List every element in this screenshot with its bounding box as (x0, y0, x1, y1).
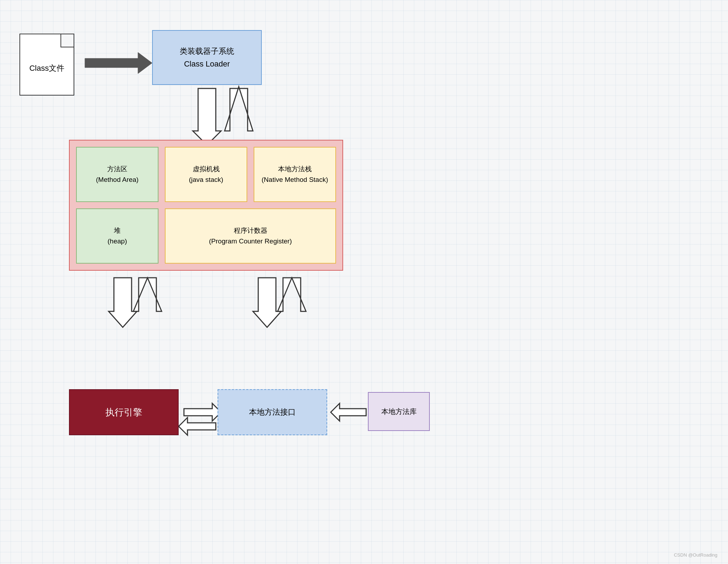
runtime-area-box: 方法区 (Method Area) 虚拟机栈 (java stack) 本地方法… (69, 140, 343, 271)
class-loader-box: 类装载器子系统 Class Loader (152, 30, 262, 85)
program-counter-line1: 程序计数器 (234, 225, 267, 236)
program-counter-line2: (Program Counter Register) (209, 236, 292, 247)
watermark: CSDN @OutRoading (674, 552, 717, 558)
native-method-interface-box: 本地方法接口 (218, 389, 327, 435)
java-stack-box: 虚拟机栈 (java stack) (165, 147, 247, 202)
java-stack-line2: (java stack) (189, 174, 223, 185)
native-lib-box: 本地方法库 (368, 392, 430, 431)
method-area-line2: (Method Area) (96, 174, 138, 185)
native-interface-label: 本地方法接口 (249, 407, 296, 418)
native-lib-label: 本地方法库 (381, 407, 417, 416)
arrow-nativelib-to-interface (331, 403, 366, 421)
arrow-up-from-native (278, 278, 306, 311)
exec-engine-label: 执行引擎 (105, 406, 142, 419)
heap-line2: (heap) (108, 236, 127, 247)
arrows-svg (0, 0, 728, 564)
arrow-down-to-native (253, 278, 281, 327)
class-file-label: Class文件 (29, 63, 64, 74)
method-area-box: 方法区 (Method Area) (76, 147, 158, 202)
native-method-stack-line2: (Native Method Stack) (262, 174, 328, 185)
native-method-stack-line1: 本地方法栈 (278, 164, 312, 174)
class-loader-line1: 类装载器子系统 (180, 45, 234, 57)
heap-line1: 堆 (114, 225, 121, 236)
method-area-line1: 方法区 (107, 164, 127, 174)
heap-box: 堆 (heap) (76, 208, 158, 264)
arrow-up-from-exec (133, 278, 162, 311)
class-file-box: Class文件 (19, 34, 74, 96)
arrow-exec-to-native (184, 403, 221, 421)
diagram-container: Class文件 类装载器子系统 Class Loader 方法区 (Method… (0, 0, 728, 564)
java-stack-line1: 虚拟机栈 (193, 164, 220, 174)
arrow-down-to-exec (109, 278, 137, 327)
arrow-up-from-runtime (225, 87, 253, 131)
arrow-to-classloader (85, 52, 152, 74)
exec-engine-box: 执行引擎 (69, 389, 179, 435)
arrow-down-to-runtime (193, 88, 221, 145)
arrow-native-to-exec (179, 418, 216, 435)
class-loader-line2: Class Loader (184, 58, 230, 70)
runtime-area-inner: 方法区 (Method Area) 虚拟机栈 (java stack) 本地方法… (76, 147, 336, 264)
program-counter-box: 程序计数器 (Program Counter Register) (165, 208, 336, 264)
native-method-stack-box: 本地方法栈 (Native Method Stack) (254, 147, 336, 202)
